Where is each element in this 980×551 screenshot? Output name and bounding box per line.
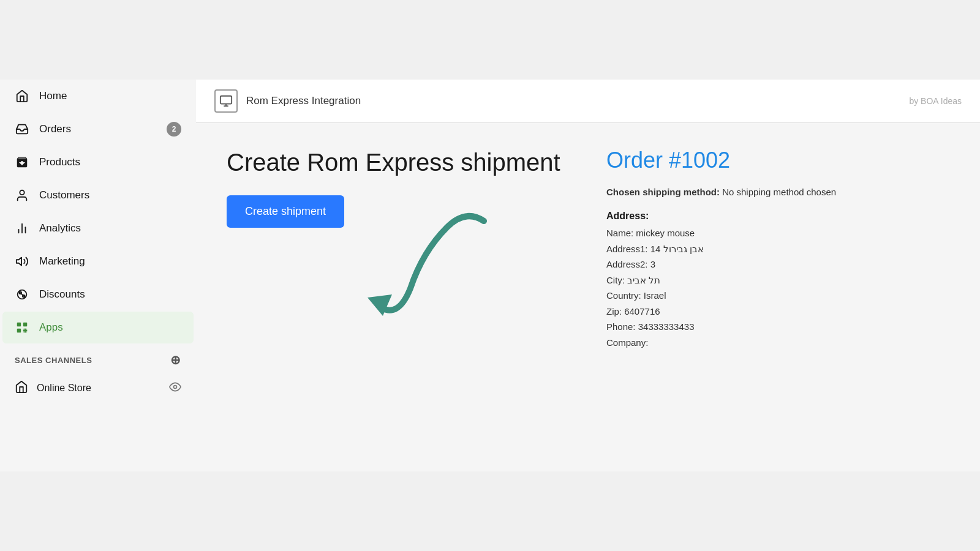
shipping-method: Chosen shipping method: No shipping meth…	[606, 187, 949, 197]
svg-point-13	[174, 386, 177, 389]
sidebar-item-label: Home	[39, 90, 67, 102]
sidebar-item-customers[interactable]: Customers	[2, 179, 194, 211]
app-header: Rom Express Integration by BOA Ideas	[196, 80, 980, 123]
bottom-bar	[0, 471, 980, 551]
order-number: #1002	[669, 148, 730, 173]
by-boa-label: by BOA Ideas	[909, 96, 962, 106]
sidebar-item-label: Apps	[39, 321, 63, 334]
sales-channels-label: SALES CHANNELS	[15, 356, 92, 365]
content-area: Rom Express Integration by BOA Ideas Cre…	[196, 80, 980, 471]
sidebar-item-label: Marketing	[39, 255, 85, 268]
online-store-label: Online Store	[37, 383, 91, 394]
app-title: Rom Express Integration	[246, 95, 361, 107]
order-title-text: Order	[606, 148, 669, 173]
orders-icon	[15, 122, 29, 137]
arrow-decoration	[361, 203, 496, 325]
products-icon	[15, 155, 29, 170]
address-section: Address: Name: mickey mouse Address1: אב…	[606, 211, 949, 350]
svg-rect-9	[17, 329, 21, 332]
svg-rect-14	[221, 96, 232, 104]
address-address2: Address2: 3	[606, 257, 949, 272]
create-shipment-button[interactable]: Create shipment	[227, 195, 344, 228]
sidebar-item-label: Customers	[39, 189, 89, 201]
address-zip: Zip: 6407716	[606, 304, 949, 320]
sidebar-item-apps[interactable]: Apps	[2, 312, 194, 343]
sidebar-item-marketing[interactable]: Marketing	[2, 246, 194, 277]
customers-icon	[15, 188, 29, 203]
svg-rect-7	[17, 323, 21, 326]
marketing-icon	[15, 254, 29, 269]
sidebar-item-discounts[interactable]: Discounts	[2, 279, 194, 310]
apps-icon	[15, 320, 29, 335]
orders-badge: 2	[167, 122, 181, 137]
shipment-title: Create Rom Express shipment	[227, 148, 570, 177]
shipping-method-label: Chosen shipping method:	[606, 187, 720, 197]
sidebar-item-label: Orders	[39, 123, 71, 135]
sidebar-item-analytics[interactable]: Analytics	[2, 212, 194, 244]
right-panel: Order #1002 Chosen shipping method: No s…	[606, 148, 949, 447]
order-title: Order #1002	[606, 148, 949, 173]
svg-rect-8	[23, 323, 27, 326]
eye-icon[interactable]	[169, 381, 181, 395]
content-body: Create Rom Express shipment Create shipm…	[196, 123, 980, 471]
discounts-icon	[15, 287, 29, 302]
svg-marker-4	[17, 258, 21, 266]
address-address1: Address1: אבן גבירול 14	[606, 241, 949, 257]
sidebar-item-orders[interactable]: Orders 2	[2, 113, 194, 145]
sidebar-item-products[interactable]: Products	[2, 146, 194, 178]
sidebar-item-home[interactable]: Home	[2, 80, 194, 112]
left-panel: Create Rom Express shipment Create shipm…	[227, 148, 570, 447]
app-header-left: Rom Express Integration	[214, 89, 361, 113]
app-icon-box	[214, 89, 238, 113]
address-company: Company:	[606, 335, 949, 351]
sales-channels-header: SALES CHANNELS ⊕	[0, 344, 196, 372]
sidebar: Home Orders 2 Products	[0, 80, 196, 471]
svg-point-0	[20, 190, 24, 195]
store-icon	[15, 380, 28, 396]
address-country: Country: Israel	[606, 288, 949, 304]
address-city: City: תל אביב	[606, 272, 949, 288]
analytics-icon	[15, 221, 29, 236]
sidebar-item-online-store[interactable]: Online Store	[2, 373, 194, 403]
add-sales-channel-icon[interactable]: ⊕	[170, 353, 181, 367]
address-name: Name: mickey mouse	[606, 225, 949, 241]
sidebar-item-label: Products	[39, 156, 80, 168]
sidebar-item-label: Analytics	[39, 222, 81, 234]
sidebar-item-label: Discounts	[39, 288, 85, 301]
address-label: Address:	[606, 211, 949, 222]
shipping-method-value: No shipping method chosen	[720, 187, 836, 197]
address-phone: Phone: 34333333433	[606, 319, 949, 335]
home-icon	[15, 89, 29, 103]
